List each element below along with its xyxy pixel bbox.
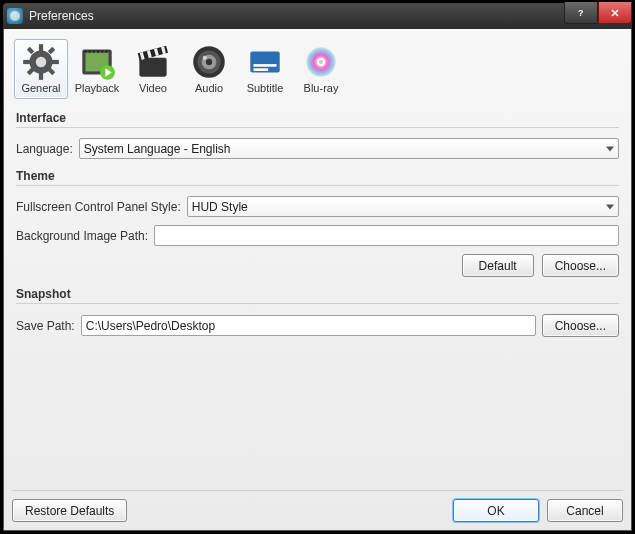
svg-rect-20	[105, 50, 107, 52]
choose-savepath-button[interactable]: Choose...	[542, 314, 619, 337]
tab-bar: General Playback Video	[12, 37, 623, 101]
save-path-input[interactable]: C:\Users\Pedro\Desktop	[81, 315, 536, 336]
tab-label: General	[17, 82, 65, 94]
default-button-label: Default	[479, 259, 517, 273]
restore-defaults-label: Restore Defaults	[25, 504, 114, 518]
svg-rect-16	[89, 50, 91, 52]
svg-rect-33	[253, 64, 276, 67]
language-value: System Language - English	[84, 142, 231, 156]
svg-point-0	[10, 11, 20, 21]
svg-rect-17	[93, 50, 95, 52]
svg-rect-6	[23, 60, 30, 64]
ok-button[interactable]: OK	[453, 499, 539, 522]
section-heading-interface: Interface	[16, 111, 619, 128]
svg-point-31	[203, 56, 207, 60]
fcp-style-value: HUD Style	[192, 200, 248, 214]
speaker-icon	[188, 44, 230, 80]
app-icon	[7, 8, 23, 24]
help-button[interactable]: ?	[564, 2, 598, 24]
svg-rect-18	[97, 50, 99, 52]
save-path-label: Save Path:	[16, 319, 75, 333]
section-snapshot: Snapshot Save Path: C:\Users\Pedro\Deskt…	[12, 287, 623, 337]
tab-video[interactable]: Video	[126, 39, 180, 99]
choose-bg-button[interactable]: Choose...	[542, 254, 619, 277]
tab-general[interactable]: General	[14, 39, 68, 99]
window-title: Preferences	[29, 9, 94, 23]
gear-icon	[20, 44, 62, 80]
ok-label: OK	[487, 504, 504, 518]
tab-label: Playback	[73, 82, 121, 94]
chevron-down-icon	[606, 146, 614, 151]
subtitle-icon	[244, 44, 286, 80]
svg-point-3	[36, 57, 47, 68]
close-button[interactable]	[598, 2, 632, 24]
client-area: General Playback Video	[3, 29, 632, 531]
section-heading-snapshot: Snapshot	[16, 287, 619, 304]
disc-icon	[300, 44, 342, 80]
tab-audio[interactable]: Audio	[182, 39, 236, 99]
svg-point-30	[206, 59, 212, 65]
tab-subtitle[interactable]: Subtitle	[238, 39, 292, 99]
svg-rect-5	[39, 73, 43, 80]
help-icon: ?	[575, 7, 587, 19]
cancel-button[interactable]: Cancel	[547, 499, 623, 522]
titlebar[interactable]: Preferences ?	[3, 3, 632, 29]
bg-path-label: Background Image Path:	[16, 229, 148, 243]
chevron-down-icon	[606, 204, 614, 209]
fcp-style-combo[interactable]: HUD Style	[187, 196, 619, 217]
svg-rect-21	[139, 58, 166, 77]
svg-rect-15	[84, 50, 86, 52]
tab-label: Audio	[185, 82, 233, 94]
filmstrip-play-icon	[76, 44, 118, 80]
svg-rect-34	[253, 68, 268, 71]
svg-text:?: ?	[578, 8, 584, 18]
language-combo[interactable]: System Language - English	[79, 138, 619, 159]
bg-path-input[interactable]	[154, 225, 619, 246]
default-button[interactable]: Default	[462, 254, 534, 277]
section-interface: Interface Language: System Language - En…	[12, 111, 623, 159]
cancel-label: Cancel	[566, 504, 603, 518]
close-icon	[609, 7, 621, 19]
footer: Restore Defaults OK Cancel	[12, 490, 623, 522]
svg-rect-8	[27, 47, 34, 54]
tab-playback[interactable]: Playback	[70, 39, 124, 99]
fcp-style-label: Fullscreen Control Panel Style:	[16, 200, 181, 214]
tab-bluray[interactable]: Blu-ray	[294, 39, 348, 99]
choose-button-label: Choose...	[555, 259, 606, 273]
svg-rect-4	[39, 44, 43, 51]
save-path-value: C:\Users\Pedro\Desktop	[86, 319, 215, 333]
window-frame: Preferences ? General	[0, 0, 635, 534]
svg-rect-10	[48, 47, 55, 54]
restore-defaults-button[interactable]: Restore Defaults	[12, 499, 127, 522]
section-heading-theme: Theme	[16, 169, 619, 186]
svg-point-37	[319, 60, 323, 64]
tab-label: Video	[129, 82, 177, 94]
tab-label: Blu-ray	[297, 82, 345, 94]
svg-rect-19	[101, 50, 103, 52]
choose-button-label: Choose...	[555, 319, 606, 333]
svg-rect-7	[52, 60, 59, 64]
clapperboard-icon	[132, 44, 174, 80]
language-label: Language:	[16, 142, 73, 156]
tab-label: Subtitle	[241, 82, 289, 94]
section-theme: Theme Fullscreen Control Panel Style: HU…	[12, 169, 623, 277]
